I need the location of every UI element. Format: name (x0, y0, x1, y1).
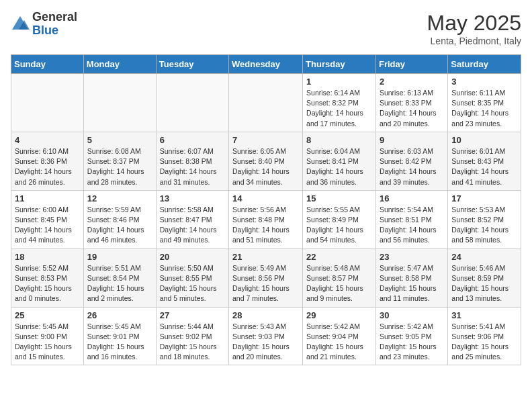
day-number: 14 (232, 193, 299, 203)
day-info: Sunrise: 6:05 AMSunset: 8:40 PMDaylight:… (232, 146, 299, 187)
calendar-cell: 22Sunrise: 5:48 AMSunset: 8:57 PMDayligh… (303, 248, 376, 307)
calendar-cell: 1Sunrise: 6:14 AMSunset: 8:32 PMDaylight… (303, 74, 376, 132)
day-number: 23 (380, 252, 444, 262)
title-block: May 2025 Lenta, Piedmont, Italy (427, 11, 521, 46)
day-number: 12 (87, 193, 152, 203)
calendar-cell: 30Sunrise: 5:42 AMSunset: 9:05 PMDayligh… (375, 307, 447, 365)
weekday-header-row: SundayMondayTuesdayWednesdayThursdayFrid… (11, 55, 521, 74)
calendar-cell: 3Sunrise: 6:11 AMSunset: 8:35 PMDaylight… (448, 74, 521, 132)
calendar-cell: 20Sunrise: 5:50 AMSunset: 8:55 PMDayligh… (156, 248, 228, 307)
day-number: 21 (232, 252, 299, 262)
day-info: Sunrise: 5:42 AMSunset: 9:04 PMDaylight:… (306, 322, 372, 363)
day-info: Sunrise: 6:10 AMSunset: 8:36 PMDaylight:… (15, 146, 80, 187)
calendar-cell: 14Sunrise: 5:56 AMSunset: 8:48 PMDayligh… (229, 190, 303, 248)
day-info: Sunrise: 5:46 AMSunset: 8:59 PMDaylight:… (451, 263, 517, 304)
day-info: Sunrise: 5:41 AMSunset: 9:06 PMDaylight:… (451, 322, 517, 363)
day-info: Sunrise: 5:48 AMSunset: 8:57 PMDaylight:… (306, 263, 372, 304)
day-info: Sunrise: 5:51 AMSunset: 8:54 PMDaylight:… (87, 263, 152, 304)
calendar-cell: 12Sunrise: 5:59 AMSunset: 8:46 PMDayligh… (83, 190, 156, 248)
day-info: Sunrise: 5:42 AMSunset: 9:05 PMDaylight:… (380, 322, 444, 363)
day-number: 22 (306, 252, 372, 262)
day-number: 18 (15, 252, 80, 262)
day-number: 11 (15, 193, 80, 203)
calendar-cell: 5Sunrise: 6:08 AMSunset: 8:37 PMDaylight… (83, 132, 156, 190)
day-info: Sunrise: 5:54 AMSunset: 8:51 PMDaylight:… (380, 205, 444, 246)
calendar-cell: 29Sunrise: 5:42 AMSunset: 9:04 PMDayligh… (303, 307, 376, 365)
day-number: 15 (306, 193, 372, 203)
day-number: 26 (87, 310, 152, 320)
day-info: Sunrise: 5:43 AMSunset: 9:03 PMDaylight:… (232, 322, 299, 363)
day-number: 25 (15, 310, 80, 320)
calendar-cell: 2Sunrise: 6:13 AMSunset: 8:33 PMDaylight… (375, 74, 447, 132)
day-number: 27 (160, 310, 225, 320)
day-number: 29 (306, 310, 372, 320)
calendar-table: SundayMondayTuesdayWednesdayThursdayFrid… (11, 54, 521, 365)
day-info: Sunrise: 5:58 AMSunset: 8:47 PMDaylight:… (160, 205, 225, 246)
calendar-week-4: 18Sunrise: 5:52 AMSunset: 8:53 PMDayligh… (11, 248, 521, 307)
location-subtitle: Lenta, Piedmont, Italy (427, 36, 521, 46)
calendar-cell: 11Sunrise: 6:00 AMSunset: 8:45 PMDayligh… (11, 190, 84, 248)
weekday-header-friday: Friday (375, 55, 447, 74)
day-info: Sunrise: 5:53 AMSunset: 8:52 PMDaylight:… (451, 205, 517, 246)
calendar-cell: 17Sunrise: 5:53 AMSunset: 8:52 PMDayligh… (448, 190, 521, 248)
day-number: 1 (306, 77, 372, 87)
calendar-cell: 26Sunrise: 5:45 AMSunset: 9:01 PMDayligh… (83, 307, 156, 365)
calendar-cell: 19Sunrise: 5:51 AMSunset: 8:54 PMDayligh… (83, 248, 156, 307)
weekday-header-saturday: Saturday (448, 55, 521, 74)
day-info: Sunrise: 6:08 AMSunset: 8:37 PMDaylight:… (87, 146, 152, 187)
day-number: 5 (87, 135, 152, 145)
calendar-cell: 8Sunrise: 6:04 AMSunset: 8:41 PMDaylight… (303, 132, 376, 190)
calendar-cell: 31Sunrise: 5:41 AMSunset: 9:06 PMDayligh… (448, 307, 521, 365)
day-info: Sunrise: 5:50 AMSunset: 8:55 PMDaylight:… (160, 263, 225, 304)
day-info: Sunrise: 6:04 AMSunset: 8:41 PMDaylight:… (306, 146, 372, 187)
day-number: 28 (232, 310, 299, 320)
day-number: 13 (160, 193, 225, 203)
day-info: Sunrise: 5:52 AMSunset: 8:53 PMDaylight:… (15, 263, 80, 304)
calendar-cell: 24Sunrise: 5:46 AMSunset: 8:59 PMDayligh… (448, 248, 521, 307)
month-title: May 2025 (427, 11, 521, 36)
page-header: General Blue May 2025 Lenta, Piedmont, I… (11, 11, 521, 46)
day-number: 10 (451, 135, 517, 145)
day-info: Sunrise: 5:59 AMSunset: 8:46 PMDaylight:… (87, 205, 152, 246)
logo: General Blue (11, 11, 77, 38)
weekday-header-wednesday: Wednesday (229, 55, 303, 74)
logo-icon (11, 15, 30, 34)
calendar-cell: 28Sunrise: 5:43 AMSunset: 9:03 PMDayligh… (229, 307, 303, 365)
calendar-cell: 15Sunrise: 5:55 AMSunset: 8:49 PMDayligh… (303, 190, 376, 248)
calendar-week-5: 25Sunrise: 5:45 AMSunset: 9:00 PMDayligh… (11, 307, 521, 365)
day-info: Sunrise: 6:11 AMSunset: 8:35 PMDaylight:… (451, 88, 517, 129)
calendar-week-3: 11Sunrise: 6:00 AMSunset: 8:45 PMDayligh… (11, 190, 521, 248)
logo-blue-text: Blue (32, 24, 58, 37)
calendar-cell: 13Sunrise: 5:58 AMSunset: 8:47 PMDayligh… (156, 190, 228, 248)
calendar-cell: 10Sunrise: 6:01 AMSunset: 8:43 PMDayligh… (448, 132, 521, 190)
calendar-cell: 4Sunrise: 6:10 AMSunset: 8:36 PMDaylight… (11, 132, 84, 190)
calendar-cell: 18Sunrise: 5:52 AMSunset: 8:53 PMDayligh… (11, 248, 84, 307)
day-info: Sunrise: 6:13 AMSunset: 8:33 PMDaylight:… (380, 88, 444, 129)
day-number: 6 (160, 135, 225, 145)
day-info: Sunrise: 6:07 AMSunset: 8:38 PMDaylight:… (160, 146, 225, 187)
day-number: 17 (451, 193, 517, 203)
calendar-cell: 9Sunrise: 6:03 AMSunset: 8:42 PMDaylight… (375, 132, 447, 190)
day-info: Sunrise: 5:47 AMSunset: 8:58 PMDaylight:… (380, 263, 444, 304)
day-info: Sunrise: 5:56 AMSunset: 8:48 PMDaylight:… (232, 205, 299, 246)
day-number: 19 (87, 252, 152, 262)
logo-general-text: General (32, 10, 77, 24)
day-number: 20 (160, 252, 225, 262)
calendar-cell (11, 74, 84, 132)
day-info: Sunrise: 6:01 AMSunset: 8:43 PMDaylight:… (451, 146, 517, 187)
calendar-cell: 16Sunrise: 5:54 AMSunset: 8:51 PMDayligh… (375, 190, 447, 248)
day-info: Sunrise: 5:55 AMSunset: 8:49 PMDaylight:… (306, 205, 372, 246)
day-number: 16 (380, 193, 444, 203)
weekday-header-monday: Monday (83, 55, 156, 74)
calendar-cell: 25Sunrise: 5:45 AMSunset: 9:00 PMDayligh… (11, 307, 84, 365)
calendar-week-1: 1Sunrise: 6:14 AMSunset: 8:32 PMDaylight… (11, 74, 521, 132)
calendar-cell: 27Sunrise: 5:44 AMSunset: 9:02 PMDayligh… (156, 307, 228, 365)
calendar-cell (83, 74, 156, 132)
weekday-header-sunday: Sunday (11, 55, 84, 74)
day-number: 31 (451, 310, 517, 320)
day-number: 9 (380, 135, 444, 145)
calendar-cell (229, 74, 303, 132)
calendar-cell (156, 74, 228, 132)
calendar-cell: 7Sunrise: 6:05 AMSunset: 8:40 PMDaylight… (229, 132, 303, 190)
day-info: Sunrise: 6:00 AMSunset: 8:45 PMDaylight:… (15, 205, 80, 246)
